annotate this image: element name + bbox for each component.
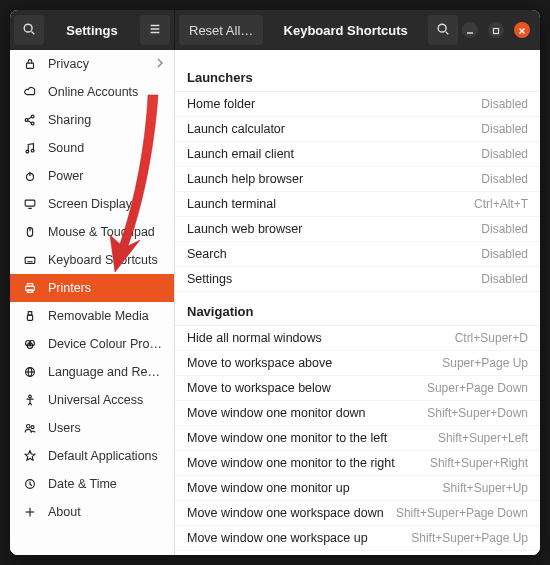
- app-title: Settings: [48, 23, 136, 38]
- svg-rect-32: [27, 284, 32, 287]
- sidebar-item-mouse-touchpad[interactable]: Mouse & Touchpad: [10, 218, 174, 246]
- window-maximize-button[interactable]: [488, 22, 504, 38]
- printer-icon: [22, 281, 38, 295]
- shortcut-binding: Shift+Super+Page Up: [411, 531, 528, 545]
- window-close-button[interactable]: [514, 22, 530, 38]
- shortcut-row[interactable]: Move window one monitor to the leftShift…: [175, 426, 540, 451]
- color-icon: [22, 337, 38, 351]
- svg-line-15: [28, 117, 32, 119]
- search-button-panel[interactable]: [428, 15, 458, 45]
- svg-line-16: [28, 121, 32, 123]
- svg-point-13: [31, 115, 34, 118]
- shortcut-action: Launch calculator: [187, 122, 481, 136]
- sidebar-item-default-applications[interactable]: Default Applications: [10, 442, 174, 470]
- shortcut-row[interactable]: SearchDisabled: [175, 242, 540, 267]
- shortcut-row[interactable]: Move window one workspace upShift+Super+…: [175, 526, 540, 551]
- shortcut-binding: Shift+Super+Down: [427, 406, 528, 420]
- sidebar-item-label: Printers: [48, 281, 164, 295]
- shortcut-action: Home folder: [187, 97, 481, 111]
- sidebar-item-device-colour-profiles[interactable]: Device Colour Profiles: [10, 330, 174, 358]
- shortcut-row[interactable]: SettingsDisabled: [175, 267, 540, 292]
- shortcut-row[interactable]: Move to workspace belowSuper+Page Down: [175, 376, 540, 401]
- sidebar-item-label: Users: [48, 421, 164, 435]
- svg-point-14: [31, 122, 34, 125]
- search-icon: [436, 22, 450, 39]
- shortcut-binding: Disabled: [481, 172, 528, 186]
- hamburger-menu-button[interactable]: [140, 15, 170, 45]
- svg-point-42: [29, 395, 32, 398]
- mouse-icon: [22, 225, 38, 239]
- shortcut-row[interactable]: Move window one monitor to the rightShif…: [175, 451, 540, 476]
- section-header: Launchers: [175, 58, 540, 92]
- svg-rect-21: [25, 200, 35, 206]
- shortcut-binding: Ctrl+Alt+T: [474, 197, 528, 211]
- sidebar-item-label: Screen Display: [48, 197, 164, 211]
- svg-rect-8: [494, 28, 499, 33]
- sidebar-item-date-time[interactable]: Date & Time: [10, 470, 174, 498]
- sidebar-item-label: Removable Media: [48, 309, 164, 323]
- shortcut-action: Move to workspace above: [187, 356, 442, 370]
- sidebar-item-users[interactable]: Users: [10, 414, 174, 442]
- maximize-icon: [492, 23, 500, 38]
- sidebar-item-sharing[interactable]: Sharing: [10, 106, 174, 134]
- svg-rect-11: [27, 63, 34, 68]
- shortcut-action: Move to workspace below: [187, 381, 427, 395]
- shortcut-action: Hide all normal windows: [187, 331, 455, 345]
- sidebar-item-universal-access[interactable]: Universal Access: [10, 386, 174, 414]
- headerbar: Settings Reset All… Keyboard Shortcuts: [10, 10, 540, 50]
- shortcut-binding: Disabled: [481, 147, 528, 161]
- shortcut-row[interactable]: Home folderDisabled: [175, 92, 540, 117]
- shortcut-row[interactable]: Launch web browserDisabled: [175, 217, 540, 242]
- sidebar-item-label: Universal Access: [48, 393, 164, 407]
- shortcut-binding: Shift+Super+Page Down: [396, 506, 528, 520]
- shortcut-row[interactable]: Launch calculatorDisabled: [175, 117, 540, 142]
- shortcut-binding: Disabled: [481, 122, 528, 136]
- share-icon: [22, 113, 38, 127]
- search-button-sidebar[interactable]: [14, 15, 44, 45]
- shortcut-row[interactable]: Launch terminalCtrl+Alt+T: [175, 192, 540, 217]
- display-icon: [22, 197, 38, 211]
- sidebar-item-privacy[interactable]: Privacy: [10, 50, 174, 78]
- reset-all-label: Reset All…: [189, 23, 253, 38]
- shortcut-action: Launch terminal: [187, 197, 474, 211]
- shortcut-row[interactable]: Move to workspace aboveSuper+Page Up: [175, 351, 540, 376]
- shortcut-binding: Super+Page Down: [427, 381, 528, 395]
- shortcuts-panel[interactable]: LaunchersHome folderDisabledLaunch calcu…: [175, 50, 540, 555]
- shortcut-binding: Shift+Super+Left: [438, 431, 528, 445]
- shortcut-action: Launch help browser: [187, 172, 481, 186]
- shortcut-binding: Disabled: [481, 97, 528, 111]
- shortcut-action: Search: [187, 247, 481, 261]
- sidebar-item-removable-media[interactable]: Removable Media: [10, 302, 174, 330]
- shortcut-row[interactable]: Move window one monitor downShift+Super+…: [175, 401, 540, 426]
- shortcut-row[interactable]: Launch help browserDisabled: [175, 167, 540, 192]
- close-icon: [518, 23, 526, 38]
- sidebar-item-printers[interactable]: Printers: [10, 274, 174, 302]
- svg-rect-25: [25, 257, 35, 263]
- shortcut-row[interactable]: Move window one monitor upShift+Super+Up: [175, 476, 540, 501]
- sidebar-item-sound[interactable]: Sound: [10, 134, 174, 162]
- shortcut-action: Move window one monitor down: [187, 406, 427, 420]
- shortcut-action: Move window one monitor up: [187, 481, 443, 495]
- sidebar-item-about[interactable]: About: [10, 498, 174, 526]
- shortcut-binding: Shift+Super+Up: [443, 481, 528, 495]
- plus-icon: [22, 505, 38, 519]
- lock-icon: [22, 57, 38, 71]
- shortcut-row[interactable]: Hide all normal windowsCtrl+Super+D: [175, 326, 540, 351]
- window-minimize-button[interactable]: [462, 22, 478, 38]
- sidebar-item-language-and-region[interactable]: Language and Region: [10, 358, 174, 386]
- music-icon: [22, 141, 38, 155]
- reset-all-button[interactable]: Reset All…: [179, 15, 263, 45]
- minimize-icon: [466, 23, 474, 38]
- sidebar-item-power[interactable]: Power: [10, 162, 174, 190]
- svg-point-17: [26, 150, 29, 153]
- svg-point-0: [24, 24, 32, 32]
- shortcut-binding: Super+Page Up: [442, 356, 528, 370]
- shortcut-action: Launch email client: [187, 147, 481, 161]
- sidebar-item-online-accounts[interactable]: Online Accounts: [10, 78, 174, 106]
- shortcut-row[interactable]: Move window one workspace downShift+Supe…: [175, 501, 540, 526]
- sidebar-item-screen-display[interactable]: Screen Display: [10, 190, 174, 218]
- shortcut-row[interactable]: Launch email clientDisabled: [175, 142, 540, 167]
- sidebar-item-keyboard-shortcuts[interactable]: Keyboard Shortcuts: [10, 246, 174, 274]
- svg-point-44: [31, 426, 34, 429]
- settings-sidebar[interactable]: PrivacyOnline AccountsSharingSoundPowerS…: [10, 50, 175, 555]
